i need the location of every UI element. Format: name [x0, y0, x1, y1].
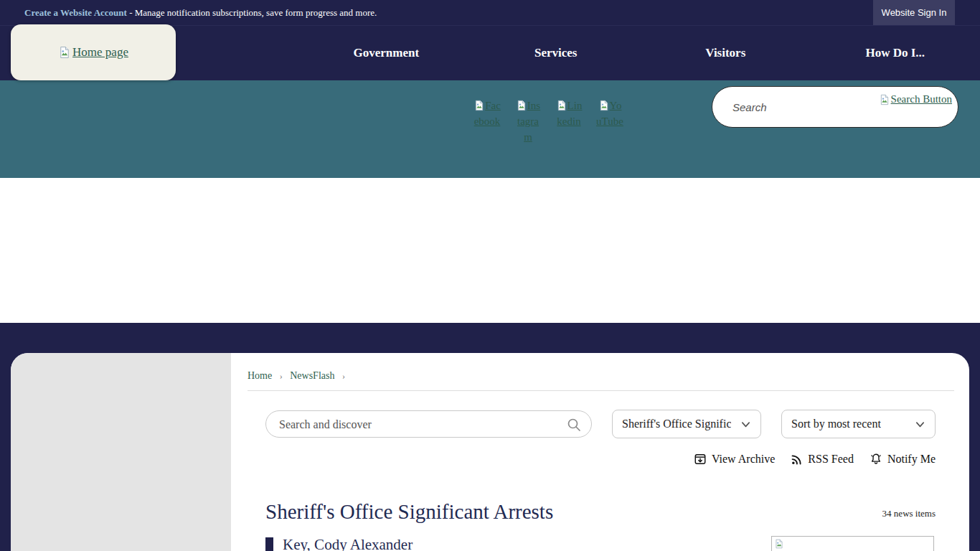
news-search-pill	[265, 410, 592, 438]
social-links: Facebook Instagram Linkedin YouTube	[473, 98, 623, 145]
feed-actions: View Archive RSS Feed Notify Me	[248, 453, 936, 466]
broken-image-icon	[879, 94, 890, 105]
sort-select-value: Sort by most recent	[791, 418, 881, 430]
category-select[interactable]: Sheriff's Office Significant Arrests	[612, 410, 761, 438]
instagram-link[interactable]: Instagram	[514, 98, 542, 145]
title-row: Sheriff's Office Significant Arrests 34 …	[265, 500, 936, 524]
nav-item-services[interactable]: Services	[471, 26, 641, 80]
account-message: Create a Website Account - Manage notifi…	[24, 7, 377, 19]
rss-icon	[791, 453, 803, 466]
youtube-link[interactable]: YouTube	[596, 98, 623, 145]
home-link[interactable]: Home page	[58, 45, 128, 60]
broken-image-icon	[556, 100, 567, 111]
main-menu: Government Services Visitors How Do I...	[301, 26, 980, 80]
create-account-link[interactable]: Create a Website Account	[24, 7, 127, 18]
news-item-accent-bar	[265, 537, 273, 551]
site-search-input[interactable]	[732, 97, 862, 117]
home-link-label: Home page	[72, 45, 128, 60]
rss-feed-link[interactable]: RSS Feed	[791, 453, 854, 466]
chevron-down-icon	[915, 419, 925, 430]
breadcrumb-divider	[248, 390, 954, 391]
search-icon[interactable]	[567, 418, 581, 432]
facebook-link[interactable]: Facebook	[473, 98, 501, 145]
notify-me-link[interactable]: Notify Me	[870, 453, 936, 466]
broken-image-icon	[774, 539, 784, 549]
category-select-value: Sheriff's Office Significant Arrests	[622, 418, 731, 430]
broken-image-icon	[516, 100, 527, 111]
newsflash-panel: Home › NewsFlash › Sheriff's Office Sign…	[11, 353, 969, 551]
nav-item-visitors[interactable]: Visitors	[641, 26, 811, 80]
website-sign-in-button[interactable]: Website Sign In	[873, 0, 955, 25]
content-spacer	[0, 178, 980, 323]
news-search-input[interactable]	[279, 416, 559, 433]
home-logo-card[interactable]: Home page	[11, 24, 176, 80]
header-band: Facebook Instagram Linkedin YouTube Sear…	[0, 80, 980, 178]
breadcrumb: Home › NewsFlash ›	[248, 370, 954, 382]
archive-icon	[694, 453, 707, 466]
notify-me-label: Notify Me	[887, 453, 936, 466]
news-count-badge: 34 news items	[882, 508, 936, 524]
left-sidebar	[11, 353, 231, 551]
site-search-pill: Search Button	[712, 86, 958, 128]
account-message-text: - Manage notification subscriptions, sav…	[129, 7, 377, 18]
broken-image-icon	[598, 100, 610, 111]
rss-feed-label: RSS Feed	[808, 453, 854, 466]
site-search-button-alt-text: Search Button	[891, 93, 952, 105]
news-item-heading: Key, Cody Alexander	[265, 536, 413, 551]
breadcrumb-home-link[interactable]: Home	[248, 370, 272, 381]
view-archive-label: View Archive	[712, 453, 775, 466]
page-title: Sheriff's Office Significant Arrests	[265, 500, 553, 524]
nav-item-government[interactable]: Government	[301, 26, 471, 80]
view-archive-link[interactable]: View Archive	[694, 453, 775, 466]
chevron-down-icon	[740, 419, 751, 430]
bell-icon	[870, 453, 882, 466]
nav-item-how-do-i[interactable]: How Do I...	[811, 26, 980, 80]
breadcrumb-newsflash-link[interactable]: NewsFlash	[290, 370, 334, 381]
broken-image-icon	[58, 46, 71, 59]
linkedin-link[interactable]: Linkedin	[555, 98, 583, 145]
sort-select[interactable]: Sort by most recent	[781, 410, 936, 438]
news-item-title-link[interactable]: Key, Cody Alexander	[283, 536, 413, 551]
newsflash-content: Home › NewsFlash › Sheriff's Office Sign…	[248, 353, 954, 551]
broken-image-icon	[473, 100, 485, 111]
news-list-item: Key, Cody Alexander	[265, 536, 954, 551]
breadcrumb-separator: ›	[342, 371, 345, 381]
filter-controls: Sheriff's Office Significant Arrests Sor…	[265, 410, 954, 438]
news-item-thumbnail[interactable]	[771, 536, 934, 551]
breadcrumb-separator: ›	[280, 371, 283, 381]
top-utility-bar: Create a Website Account - Manage notifi…	[0, 0, 980, 26]
site-search-button[interactable]: Search Button	[879, 93, 952, 105]
